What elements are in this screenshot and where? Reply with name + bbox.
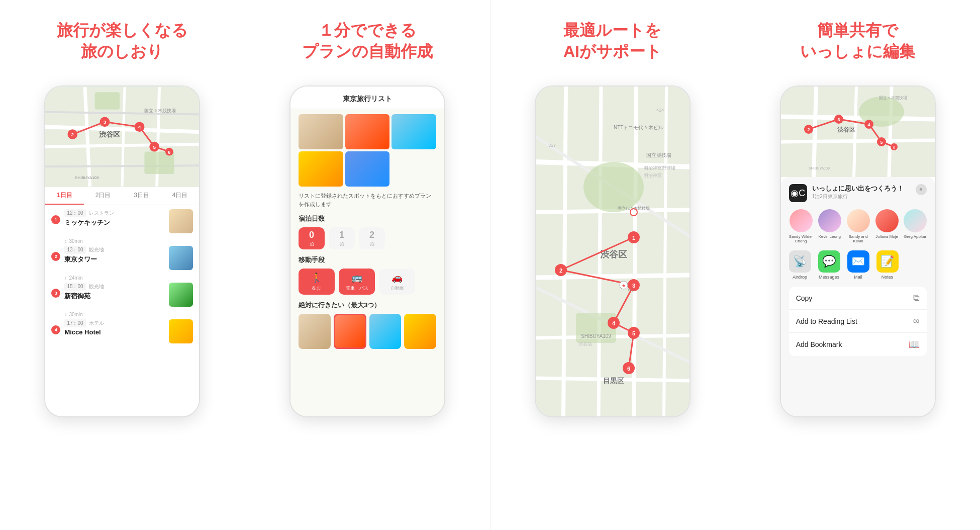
list-item: 4 17：00 ホテル Micce Hotel <box>51 319 193 343</box>
col-itinerary: 旅行が楽しくなる 旅のしおり <box>0 0 245 530</box>
share-modal: ◉C いっしょに思い出をつくろう！ 1泊2日東京旅行 × Sandy Wilde… <box>781 177 935 416</box>
reading-list-label: Add to Reading List <box>796 317 857 325</box>
transit-time: 24min <box>69 275 82 281</box>
item-number: 4 <box>51 325 60 334</box>
close-button[interactable]: × <box>916 184 927 195</box>
must-image-1[interactable] <box>299 314 331 349</box>
app-icon-symbol: ◉C <box>791 188 805 199</box>
tab-day4[interactable]: 4日目 <box>161 187 200 205</box>
item-thumbnail <box>169 246 193 270</box>
car-label: 自動車 <box>390 285 404 292</box>
item-name: Micce Hotel <box>64 328 165 336</box>
svg-text:3: 3 <box>104 119 107 125</box>
contact-name-5: Greg Apoltar <box>904 234 926 239</box>
share-app-notes[interactable]: 📝 Notes <box>876 250 899 280</box>
transit-arrow: ↕ <box>64 312 67 317</box>
svg-text:414: 414 <box>656 108 664 113</box>
contact-name-3: Sandy and Kevin <box>846 234 870 243</box>
svg-text:3: 3 <box>837 117 840 122</box>
must-image-4[interactable] <box>404 314 436 349</box>
mail-symbol: ✉️ <box>851 255 865 268</box>
share-app-mail[interactable]: ✉️ Mail <box>847 250 869 280</box>
share-body: ◉C いっしょに思い出をつくろう！ 1泊2日東京旅行 × Sandy Wilde… <box>781 177 935 416</box>
modal-subtitle: 1泊2日東京旅行 <box>812 193 916 200</box>
contact-avatar-2 <box>818 209 841 232</box>
svg-line-76 <box>814 86 816 177</box>
transit-arrow: ↕ <box>64 275 67 281</box>
item-type: ホテル <box>89 320 104 327</box>
airdrop-label: Airdrop <box>793 275 807 280</box>
phone-ai: 渋谷区 目黒区 SHIBUYA109 渋谷店 NTTドコモ代々木ビル 国立競技場… <box>535 85 691 417</box>
reading-list-icon: ∞ <box>913 316 920 326</box>
svg-text:SHIBUYA109: SHIBUYA109 <box>809 166 830 170</box>
plan-description: リストに登録されたスポットをもとにおすすめプランを作成します <box>299 192 436 208</box>
item-name: ミッケキッチン <box>64 218 165 227</box>
col1-title: 旅行が楽しくなる 旅のしおり <box>57 20 188 70</box>
item-info: 17：00 ホテル Micce Hotel <box>64 319 165 336</box>
must-section-title: 絶対に行きたい（最大3つ） <box>299 301 436 310</box>
copy-icon: ⧉ <box>913 293 920 303</box>
svg-text:SHIBUYA109: SHIBUYA109 <box>75 175 99 180</box>
svg-point-39 <box>583 162 644 212</box>
svg-rect-73 <box>781 86 935 177</box>
action-copy[interactable]: Copy ⧉ <box>789 287 927 310</box>
transport-bus[interactable]: 🚌 電車・バス <box>339 269 375 295</box>
night-number: 0 <box>309 230 314 240</box>
notes-symbol: 📝 <box>880 255 894 268</box>
tab-day2[interactable]: 2日目 <box>84 187 123 205</box>
modal-title-group: いっしょに思い出をつくろう！ 1泊2日東京旅行 <box>812 184 916 200</box>
night-number: 1 <box>339 230 344 240</box>
walk-icon: 🚶 <box>311 272 322 283</box>
contact-avatar-5 <box>904 209 927 232</box>
plan-body: リストに登録されたスポットをもとにおすすめプランを作成します 宿泊日数 0 泊 … <box>290 109 444 416</box>
transport-walk[interactable]: 🚶 徒歩 <box>299 269 335 295</box>
night-chip-0[interactable]: 0 泊 <box>299 227 325 249</box>
contact-item[interactable]: Sandy and Kevin <box>846 209 870 243</box>
svg-text:国立競技場: 国立競技場 <box>646 152 671 158</box>
col3-title: 最適ルートを AIがサポート <box>563 20 662 70</box>
action-bookmark[interactable]: Add Bookmark 📖 <box>789 333 927 356</box>
grid-image-2 <box>345 114 390 149</box>
itinerary-tabs: 1日目 2日目 3日目 4日目 <box>45 187 199 205</box>
night-chip-2[interactable]: 2 泊 <box>359 227 385 249</box>
ai-map-svg: 渋谷区 目黒区 SHIBUYA109 渋谷店 NTTドコモ代々木ビル 国立競技場… <box>536 86 690 416</box>
svg-text:5: 5 <box>153 144 156 150</box>
item-time: 17：00 <box>64 319 85 327</box>
tab-day3[interactable]: 3日目 <box>122 187 161 205</box>
mail-label: Mail <box>854 275 862 280</box>
must-image-3[interactable] <box>369 314 402 349</box>
col4-title: 簡単共有で いっしょに編集 <box>800 20 915 70</box>
walk-label: 徒歩 <box>312 285 321 292</box>
notes-label: Notes <box>881 275 894 280</box>
contact-item[interactable]: Greg Apoltar <box>904 209 927 243</box>
svg-text:4: 4 <box>612 320 616 326</box>
svg-line-75 <box>781 140 935 142</box>
share-app-airdrop[interactable]: 📡 Airdrop <box>789 250 811 280</box>
tab-day1[interactable]: 1日目 <box>45 187 84 205</box>
svg-text:5: 5 <box>880 140 883 145</box>
svg-text:★: ★ <box>622 283 626 288</box>
item-type: 観光地 <box>89 246 104 253</box>
item-type: 観光地 <box>89 283 104 290</box>
transport-car[interactable]: 🚗 自動車 <box>379 269 415 295</box>
contact-item[interactable]: Sandy Wilder Cheng <box>789 209 813 243</box>
svg-text:4: 4 <box>867 122 870 127</box>
contact-item[interactable]: Kevin Leong <box>818 209 841 243</box>
share-app-messages[interactable]: 💬 Messages <box>818 250 840 280</box>
notes-icon: 📝 <box>876 250 899 273</box>
contact-name-2: Kevin Leong <box>818 234 840 239</box>
plan-header: 東京旅行リスト <box>290 86 444 109</box>
itinerary-body: 1 12：00 レストラン ミッケキッチン ↕ 30min <box>45 205 199 416</box>
svg-text:4: 4 <box>138 124 141 130</box>
share-apps-row: 📡 Airdrop 💬 Messages ✉️ <box>789 250 927 280</box>
night-label: 泊 <box>370 241 374 247</box>
svg-text:6: 6 <box>168 150 171 155</box>
car-icon: 🚗 <box>391 272 403 283</box>
night-chip-1[interactable]: 1 泊 <box>329 227 355 249</box>
action-reading-list[interactable]: Add to Reading List ∞ <box>789 310 927 333</box>
must-image-2[interactable] <box>334 314 366 349</box>
contact-item[interactable]: Juliana Moje <box>875 209 899 243</box>
svg-text:SHIBUYA109: SHIBUYA109 <box>581 333 611 339</box>
transport-section-title: 移動手段 <box>299 255 436 264</box>
item-time: 15：00 <box>64 283 85 291</box>
